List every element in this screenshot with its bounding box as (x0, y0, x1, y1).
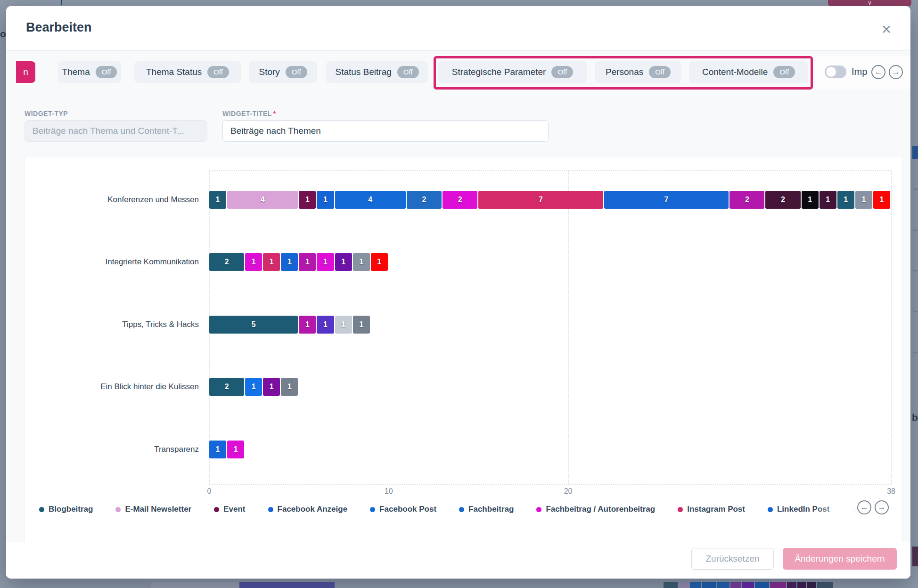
filter-chip-label: Status Beitrag (335, 67, 391, 77)
bar-segment[interactable]: 1 (263, 253, 280, 271)
filter-chip-status-beitrag[interactable]: Status BeitragOff (326, 61, 428, 83)
legend-item-event[interactable]: Event (214, 505, 245, 514)
bar-segment[interactable]: 1 (353, 316, 370, 334)
bar-segment[interactable]: 1 (317, 253, 334, 271)
backdrop-chart-segment (807, 582, 816, 588)
widget-type-label: WIDGET-TYP (25, 110, 68, 117)
legend-item-fachbeitrag[interactable]: Fachbeitrag (459, 505, 514, 514)
widget-title-label: WIDGET-TITEL* (222, 110, 276, 117)
legend-label: Facebook Post (379, 505, 436, 514)
legend-dot-icon (459, 507, 464, 512)
bar-row-tipps-tricks-hacks: 51111 (209, 316, 370, 334)
filter-chip-story[interactable]: StoryOff (249, 61, 317, 83)
modal-header: Bearbeiten ✕ (6, 6, 910, 51)
bar-segment[interactable]: 1 (263, 378, 280, 396)
legend-dot-icon (536, 507, 541, 512)
bar-segment[interactable]: 2 (443, 191, 477, 209)
filter-state-badge: Off (286, 66, 307, 78)
legend-label: Instagram Post (687, 505, 745, 514)
filter-chip-label: Story (259, 67, 279, 77)
bar-segment[interactable]: 1 (335, 253, 352, 271)
bar-segment[interactable]: 5 (209, 316, 298, 334)
chips-scroll-left-icon[interactable]: ← (871, 65, 885, 79)
category-label: Integrierte Kommunikation (25, 257, 204, 267)
filter-chip-thema[interactable]: ThemaOff (58, 61, 121, 83)
legend-item-facebook-post[interactable]: Facebook Post (370, 505, 436, 514)
bar-segment[interactable]: 1 (209, 191, 226, 209)
legend-item-instagram-post[interactable]: Instagram Post (678, 505, 745, 514)
bar-segment[interactable]: 1 (837, 191, 854, 209)
x-axis-tick: 20 (564, 487, 573, 496)
legend-dot-icon (370, 507, 375, 512)
bar-segment[interactable]: 4 (335, 191, 406, 209)
backdrop-purple-block (912, 547, 918, 566)
bar-segment[interactable]: 1 (317, 316, 334, 334)
bar-segment[interactable]: 1 (820, 191, 836, 209)
filter-state-badge: Off (551, 66, 573, 78)
filter-state-badge: Off (96, 66, 117, 78)
legend-item-fachbeitrag-autorenbeitrag[interactable]: Fachbeitrag / Autorenbeitrag (536, 505, 655, 514)
filter-chip-label: n (23, 67, 28, 77)
required-marker: * (273, 110, 276, 117)
legend-item-facebook-anzeige[interactable]: Facebook Anzeige (268, 505, 348, 514)
backdrop-block (239, 582, 335, 588)
legend-dot-icon (214, 507, 219, 512)
legend-item-blogbeitrag[interactable]: Blogbeitrag (39, 505, 93, 514)
filter-chip-thema-status[interactable]: Thema StatusOff (134, 61, 241, 83)
filter-chip-label: Personas (606, 67, 643, 77)
bar-segment[interactable]: 2 (729, 191, 764, 209)
legend-scroll-left-icon[interactable]: ← (857, 500, 871, 514)
save-button[interactable]: Änderungen speichern (783, 548, 897, 570)
category-label: Konferenzen und Messen (25, 195, 204, 204)
widget-title-input[interactable] (222, 120, 549, 142)
bar-segment[interactable]: 1 (335, 316, 352, 334)
bar-segment[interactable]: 7 (604, 191, 729, 209)
bar-segment[interactable]: 1 (299, 316, 316, 334)
bar-segment[interactable]: 2 (407, 191, 442, 209)
bar-segment[interactable]: 1 (802, 191, 819, 209)
bar-segment[interactable]: 1 (371, 253, 388, 271)
backdrop-dropdown-button[interactable]: v (828, 0, 911, 6)
filter-chip-strategische-parameter[interactable]: Strategische ParameterOff (438, 61, 587, 83)
close-icon[interactable]: ✕ (878, 21, 895, 38)
bar-segment[interactable]: 2 (209, 253, 244, 271)
bar-segment[interactable]: 1 (227, 441, 244, 458)
legend-dot-icon (115, 507, 121, 512)
backdrop-chart-segment (787, 582, 796, 588)
bar-segment[interactable]: 1 (299, 191, 316, 209)
bar-row-konferenzen-und-messen: 1411422772211111 (209, 191, 890, 209)
impressions-toggle[interactable] (825, 65, 846, 78)
bar-segment[interactable]: 2 (209, 378, 244, 396)
chips-scroll-right-icon[interactable]: → (889, 65, 903, 79)
bar-segment[interactable]: 1 (299, 253, 316, 271)
category-label: Tipps, Tricks & Hacks (25, 320, 204, 329)
bar-segment[interactable]: 1 (209, 441, 226, 458)
bar-segment[interactable]: 4 (227, 191, 298, 209)
backdrop-dash (913, 352, 918, 353)
bar-segment[interactable]: 1 (353, 253, 370, 271)
chart-card: Konferenzen und Messen1411422772211111In… (25, 157, 902, 546)
legend-item-e-mail-newsletter[interactable]: E-Mail Newsletter (115, 505, 191, 514)
bar-segment[interactable]: 1 (317, 191, 334, 209)
x-axis-tick: 10 (385, 487, 393, 496)
bar-segment[interactable]: 1 (281, 253, 298, 271)
backdrop-divider (628, 0, 628, 6)
bar-segment[interactable]: 1 (245, 253, 262, 271)
legend-scroll-right-icon[interactable]: → (875, 500, 889, 514)
bar-segment[interactable]: 1 (281, 378, 298, 396)
category-label: Transparenz (25, 445, 204, 454)
bar-segment[interactable]: 1 (855, 191, 872, 209)
legend-dot-icon (768, 507, 773, 512)
backdrop-chart-segment (730, 582, 741, 588)
bar-segment[interactable]: 2 (765, 191, 800, 209)
bar-segment[interactable]: 7 (478, 191, 603, 209)
legend-item-linkedin-post[interactable]: LinkedIn Post (768, 505, 829, 514)
bar-segment[interactable]: 1 (873, 191, 890, 209)
filter-chip-content-modelle[interactable]: Content-ModelleOff (689, 61, 808, 83)
filter-chip-personas[interactable]: PersonasOff (595, 61, 681, 83)
reset-button[interactable]: Zurücksetzen (691, 548, 774, 570)
gridline (891, 171, 892, 484)
bar-segment[interactable]: 1 (245, 378, 262, 396)
filter-chip-n[interactable]: n (16, 61, 35, 83)
x-axis-tick: 0 (207, 487, 212, 496)
